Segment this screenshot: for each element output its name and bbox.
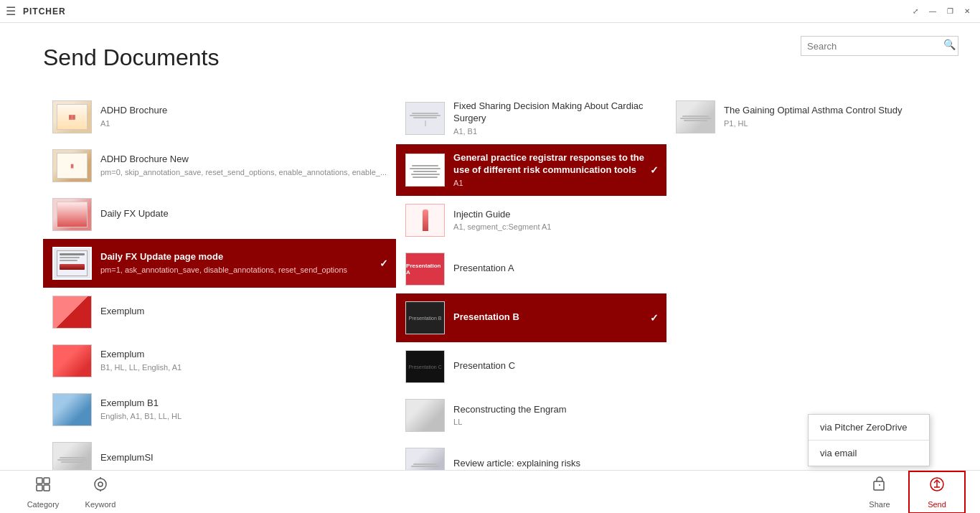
doc-meta-injectin: A1, segment_c:Segment A1 bbox=[453, 222, 657, 232]
doc-thumb-engram bbox=[405, 399, 445, 432]
share-button[interactable]: Share bbox=[851, 471, 908, 514]
doc-info-daily-fx: Daily FX Update bbox=[100, 208, 387, 222]
popup-email[interactable]: via email bbox=[809, 440, 929, 466]
doc-thumb-exemplum-b1 bbox=[52, 393, 92, 426]
title-bar: ☰ PITCHER ⤢ — ❐ ✕ bbox=[0, 0, 980, 23]
doc-meta-cardiac: A1, B1 bbox=[453, 126, 657, 136]
doc-exemplum-si[interactable]: ExemplumSI bbox=[43, 434, 396, 470]
doc-info-cardiac: Fixed Sharing Decision Making About Card… bbox=[453, 100, 657, 136]
doc-info-asthma: The Gaining Optimal Asthma Control Study… bbox=[724, 105, 928, 128]
svg-point-5 bbox=[98, 482, 103, 486]
category-icon bbox=[34, 476, 52, 497]
keyword-button[interactable]: Keyword bbox=[72, 471, 129, 514]
doc-thumb-adhd-new: ▓ bbox=[52, 149, 92, 182]
search-input[interactable] bbox=[801, 36, 958, 56]
doc-thumb-exemplum1 bbox=[52, 296, 92, 329]
doc-thumb-pres-a: Presentation A bbox=[405, 253, 445, 286]
doc-exemplum1[interactable]: Exemplum bbox=[43, 288, 396, 336]
doc-info-exemplum2: Exemplum B1, HL, LL, English, A1 bbox=[100, 349, 387, 372]
doc-meta-daily-fx-page: pm=1, ask_annotation_save, disable_annot… bbox=[100, 265, 387, 275]
doc-info-injectin: Injectin Guide A1, segment_c:Segment A1 bbox=[453, 209, 657, 232]
doc-name-engram: Reconstructing the Engram bbox=[453, 404, 657, 416]
doc-info-daily-fx-page: Daily FX Update page mode pm=1, ask_anno… bbox=[100, 251, 387, 275]
svg-rect-3 bbox=[44, 485, 50, 491]
category-button[interactable]: Category bbox=[14, 471, 72, 514]
minimize-btn[interactable]: — bbox=[925, 4, 940, 19]
doc-adhd-brochure-new[interactable]: ▓ ADHD Brochure New pm=0, skip_annotatio… bbox=[43, 141, 396, 190]
popup-zerodrive[interactable]: via Pitcher ZeroDrive bbox=[809, 415, 929, 440]
send-popup-menu: via Pitcher ZeroDrive via email bbox=[808, 414, 930, 466]
doc-pres-a[interactable]: Presentation A Presentation A bbox=[396, 245, 666, 293]
doc-name-daily-fx: Daily FX Update bbox=[100, 208, 387, 220]
doc-pres-c[interactable]: Presentation C Presentation C bbox=[396, 342, 666, 391]
doc-name-adhd-new: ADHD Brochure New bbox=[100, 154, 387, 166]
expand-btn[interactable]: ⤢ bbox=[908, 4, 923, 19]
send-icon bbox=[928, 476, 946, 497]
doc-meta-adhd: A1 bbox=[100, 118, 387, 128]
restore-btn[interactable]: ❐ bbox=[943, 4, 957, 19]
doc-meta-gp: A1 bbox=[453, 178, 657, 188]
doc-thumb-pres-b: Presentation B bbox=[405, 301, 445, 334]
doc-name-exemplum1: Exemplum bbox=[100, 306, 387, 318]
doc-info-engram: Reconstructing the Engram LL bbox=[453, 404, 657, 428]
doc-gp-registrar[interactable]: General practice registrar responses to … bbox=[396, 144, 666, 196]
svg-rect-8 bbox=[874, 481, 884, 490]
doc-meta-asthma: P1, HL bbox=[724, 118, 928, 128]
svg-point-4 bbox=[95, 479, 106, 490]
doc-name-review: Review article: explaining risks bbox=[453, 458, 657, 470]
doc-info-adhd: ADHD Brochure A1 bbox=[100, 105, 387, 128]
close-btn[interactable]: ✕ bbox=[960, 4, 974, 19]
doc-name-pres-b: Presentation B bbox=[453, 311, 657, 324]
doc-thumb-injectin bbox=[405, 204, 445, 237]
doc-thumb-gp bbox=[405, 154, 445, 187]
doc-thumb-review bbox=[405, 448, 445, 470]
doc-name-pres-a: Presentation A bbox=[453, 263, 657, 275]
doc-daily-fx-page[interactable]: Daily FX Update page mode pm=1, ask_anno… bbox=[43, 239, 396, 288]
keyword-label: Keyword bbox=[85, 500, 116, 509]
left-column: ▓▓ ADHD Brochure A1 ▓ ADHD Brochure New … bbox=[43, 93, 396, 470]
doc-name-injectin: Injectin Guide bbox=[453, 209, 657, 221]
doc-thumb-asthma bbox=[676, 100, 715, 133]
selected-check-pres-b: ✓ bbox=[650, 312, 659, 324]
selected-check-gp: ✓ bbox=[650, 164, 659, 176]
doc-name-exemplum-si: ExemplumSI bbox=[100, 452, 387, 464]
search-container: 🔍 bbox=[801, 36, 958, 56]
documents-grid: ▓▓ ADHD Brochure A1 ▓ ADHD Brochure New … bbox=[43, 93, 937, 470]
doc-review[interactable]: Review article: explaining risks bbox=[396, 440, 666, 470]
doc-exemplum-b1[interactable]: Exemplum B1 English, A1, B1, LL, HL bbox=[43, 385, 396, 434]
doc-name-cardiac: Fixed Sharing Decision Making About Card… bbox=[453, 100, 657, 125]
doc-exemplum2[interactable]: Exemplum B1, HL, LL, English, A1 bbox=[43, 336, 396, 385]
doc-meta-exemplum-b1: English, A1, B1, LL, HL bbox=[100, 411, 387, 421]
doc-info-gp: General practice registrar responses to … bbox=[453, 152, 657, 188]
doc-meta-adhd-new: pm=0, skip_annotation_save, reset_send_o… bbox=[100, 167, 387, 177]
doc-info-pres-c: Presentation C bbox=[453, 360, 657, 374]
doc-thumb-daily-fx bbox=[52, 198, 92, 231]
toolbar-right: Share Send bbox=[851, 471, 966, 514]
doc-info-pres-a: Presentation A bbox=[453, 263, 657, 276]
toolbar-left: Category Keyword bbox=[14, 471, 129, 514]
doc-meta-engram: LL bbox=[453, 417, 657, 427]
doc-asthma[interactable]: The Gaining Optimal Asthma Control Study… bbox=[666, 93, 937, 141]
doc-adhd-brochure[interactable]: ▓▓ ADHD Brochure A1 bbox=[43, 93, 396, 141]
send-label: Send bbox=[928, 500, 946, 509]
doc-thumb-pres-c: Presentation C bbox=[405, 350, 445, 383]
doc-name-daily-fx-page: Daily FX Update page mode bbox=[100, 251, 387, 263]
doc-thumb-daily-fx-page bbox=[52, 247, 92, 280]
doc-cardiac[interactable]: Fixed Sharing Decision Making About Card… bbox=[396, 93, 666, 144]
send-button[interactable]: Send bbox=[908, 471, 966, 514]
doc-thumb-exemplum2 bbox=[52, 344, 92, 377]
doc-name-gp: General practice registrar responses to … bbox=[453, 152, 657, 177]
doc-engram[interactable]: Reconstructing the Engram LL bbox=[396, 391, 666, 440]
doc-daily-fx[interactable]: Daily FX Update bbox=[43, 190, 396, 239]
doc-name-exemplum-b1: Exemplum B1 bbox=[100, 397, 387, 410]
doc-name-asthma: The Gaining Optimal Asthma Control Study bbox=[724, 105, 928, 117]
doc-info-review: Review article: explaining risks bbox=[453, 458, 657, 470]
doc-injectin[interactable]: Injectin Guide A1, segment_c:Segment A1 bbox=[396, 196, 666, 245]
svg-rect-2 bbox=[37, 485, 42, 491]
hamburger-menu[interactable]: ☰ bbox=[6, 4, 16, 18]
share-label: Share bbox=[869, 500, 890, 509]
doc-info-exemplum-b1: Exemplum B1 English, A1, B1, LL, HL bbox=[100, 397, 387, 421]
search-button[interactable]: 🔍 bbox=[943, 39, 956, 50]
doc-pres-b[interactable]: Presentation B Presentation B ✓ bbox=[396, 293, 666, 342]
doc-thumb-cardiac bbox=[405, 102, 445, 135]
